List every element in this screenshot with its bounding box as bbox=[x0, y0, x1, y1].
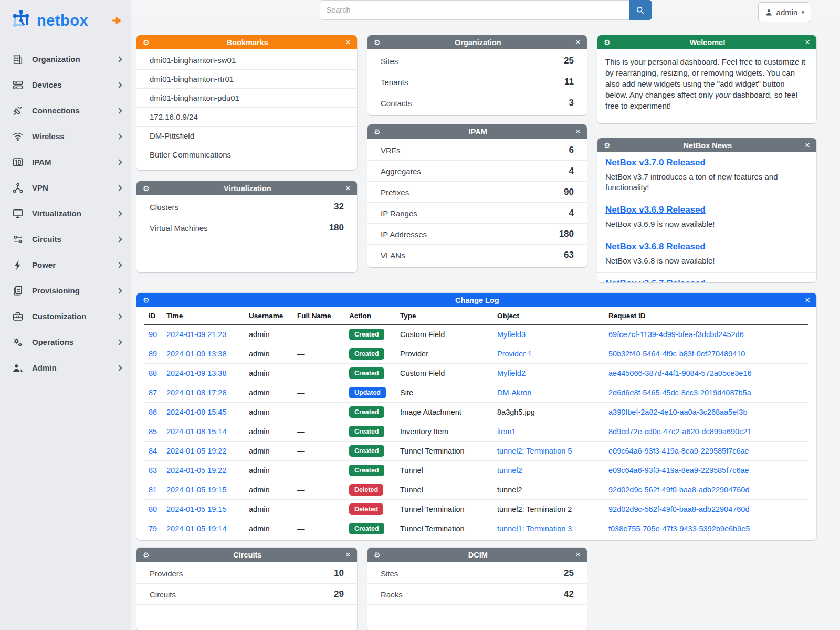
sidebar-item-wireless[interactable]: Wireless bbox=[0, 123, 131, 149]
request-id-link[interactable]: e09c64a6-93f3-419a-8ea9-229585f7c6ae bbox=[608, 466, 749, 475]
request-id-link[interactable]: 69fce7cf-1139-4d99-bfea-f3dcbd2452d6 bbox=[608, 330, 744, 339]
stat-value[interactable]: 3 bbox=[569, 98, 574, 108]
bookmark-item[interactable]: DM-Pittsfield bbox=[136, 126, 357, 145]
sidebar-item-operations[interactable]: Operations bbox=[0, 329, 131, 355]
bookmark-item[interactable]: dmi01-binghamton-rtr01 bbox=[136, 69, 357, 88]
change-id-link[interactable]: 87 bbox=[149, 388, 157, 397]
stat-value[interactable]: 4 bbox=[569, 208, 574, 218]
stat-value[interactable]: 42 bbox=[564, 589, 574, 600]
news-headline-link[interactable]: NetBox v3.6.8 Released bbox=[605, 242, 706, 252]
object-link[interactable]: tunnel2 bbox=[497, 466, 522, 475]
sidebar-item-admin[interactable]: Admin bbox=[0, 355, 131, 381]
close-icon[interactable]: × bbox=[345, 38, 351, 47]
stat-value[interactable]: 90 bbox=[564, 187, 574, 197]
news-headline-link[interactable]: NetBox v3.6.9 Released bbox=[605, 205, 706, 215]
gear-icon[interactable]: ⚙︎ bbox=[143, 185, 150, 192]
request-id-link[interactable]: 2d6d6e8f-5465-45dc-8ec3-2019d4087b5a bbox=[608, 388, 751, 397]
stat-value[interactable]: 11 bbox=[564, 77, 574, 87]
object-link[interactable]: Myfield3 bbox=[497, 330, 526, 339]
change-id-link[interactable]: 79 bbox=[149, 524, 157, 533]
change-time-link[interactable]: 2024-01-09 21:23 bbox=[166, 330, 227, 339]
change-time-link[interactable]: 2024-01-05 19:15 bbox=[166, 505, 227, 513]
sidebar-item-power[interactable]: Power bbox=[0, 252, 131, 278]
change-time-link[interactable]: 2024-01-05 19:15 bbox=[166, 486, 227, 494]
sidebar-item-vpn[interactable]: VPN bbox=[0, 175, 131, 201]
stat-value[interactable]: 10 bbox=[334, 568, 344, 579]
sidebar-item-ipam[interactable]: IPAM bbox=[0, 149, 131, 175]
change-id-link[interactable]: 90 bbox=[149, 330, 157, 339]
stat-value[interactable]: 180 bbox=[329, 223, 344, 233]
change-id-link[interactable]: 80 bbox=[149, 505, 157, 513]
object-link[interactable]: tunnel2: Termination 5 bbox=[497, 447, 572, 455]
sidebar-item-connections[interactable]: Connections bbox=[0, 98, 131, 123]
gear-icon[interactable]: ⚙︎ bbox=[374, 551, 381, 559]
change-id-link[interactable]: 84 bbox=[149, 447, 157, 455]
change-time-link[interactable]: 2024-01-09 13:38 bbox=[166, 369, 227, 377]
close-icon[interactable]: × bbox=[805, 38, 810, 47]
request-id-link[interactable]: 92d02d9c-562f-49f0-baa8-adb22904760d bbox=[608, 486, 749, 494]
object-link[interactable]: DM-Akron bbox=[497, 388, 531, 397]
close-icon[interactable]: × bbox=[345, 184, 351, 193]
request-id-link[interactable]: e09c64a6-93f3-419a-8ea9-229585f7c6ae bbox=[608, 447, 749, 455]
stat-value[interactable]: 6 bbox=[569, 145, 574, 155]
news-headline-link[interactable]: NetBox v3.7.0 Released bbox=[605, 158, 706, 168]
object-link[interactable]: Myfield2 bbox=[497, 369, 526, 377]
sidebar-item-virtualization[interactable]: Virtualization bbox=[0, 201, 131, 226]
close-icon[interactable]: × bbox=[805, 296, 810, 304]
gear-icon[interactable]: ⚙︎ bbox=[143, 551, 150, 559]
object-link[interactable]: Provider 1 bbox=[497, 350, 532, 358]
close-icon[interactable]: × bbox=[805, 141, 810, 150]
close-icon[interactable]: × bbox=[575, 38, 581, 47]
request-id-link[interactable]: a390fbef-2a82-4e10-aa0a-3c268aa5ef3b bbox=[608, 408, 747, 416]
user-menu-button[interactable]: admin ▾ bbox=[758, 2, 811, 22]
sidebar-item-provisioning[interactable]: Provisioning bbox=[0, 278, 131, 303]
request-id-link[interactable]: 92d02d9c-562f-49f0-baa8-adb22904760d bbox=[608, 505, 749, 513]
change-id-link[interactable]: 89 bbox=[149, 350, 157, 358]
change-time-link[interactable]: 2024-01-05 19:22 bbox=[166, 466, 227, 475]
change-time-link[interactable]: 2024-01-05 19:22 bbox=[166, 447, 227, 455]
stat-value[interactable]: 25 bbox=[564, 568, 574, 579]
stat-value[interactable]: 25 bbox=[564, 56, 574, 66]
gear-icon[interactable]: ⚙︎ bbox=[374, 39, 381, 46]
gear-icon[interactable]: ⚙︎ bbox=[604, 142, 611, 149]
sidebar-item-circuits[interactable]: Circuits bbox=[0, 226, 131, 252]
change-time-link[interactable]: 2024-01-09 13:38 bbox=[166, 350, 227, 358]
object-link[interactable]: item1 bbox=[497, 427, 516, 436]
close-icon[interactable]: × bbox=[575, 550, 581, 559]
bookmark-item[interactable]: Butler Communications bbox=[136, 145, 357, 164]
bookmark-item[interactable]: dmi01-binghamton-sw01 bbox=[136, 51, 357, 69]
netbox-logo[interactable]: netbox bbox=[10, 9, 88, 32]
request-id-link[interactable]: 8d9cd72e-cd0c-47c2-a620-dc899a690c21 bbox=[608, 427, 751, 436]
sidebar-item-customization[interactable]: Customization bbox=[0, 303, 131, 329]
pin-icon[interactable] bbox=[112, 17, 121, 24]
change-id-link[interactable]: 83 bbox=[149, 466, 157, 475]
close-icon[interactable]: × bbox=[575, 127, 581, 136]
search-input[interactable] bbox=[320, 0, 629, 20]
search-button[interactable] bbox=[629, 0, 652, 20]
stat-value[interactable]: 4 bbox=[569, 166, 574, 176]
object-link[interactable]: tunnel1: Termination 3 bbox=[497, 524, 572, 533]
change-id-link[interactable]: 85 bbox=[149, 427, 157, 436]
gear-icon[interactable]: ⚙︎ bbox=[143, 39, 150, 46]
request-id-link[interactable]: 50b32f40-5464-4f9c-b83f-0ef270489410 bbox=[608, 350, 745, 358]
gear-icon[interactable]: ⚙︎ bbox=[143, 297, 150, 304]
stat-value[interactable]: 180 bbox=[559, 229, 574, 239]
change-time-link[interactable]: 2024-01-08 15:14 bbox=[166, 427, 227, 436]
gear-icon[interactable]: ⚙︎ bbox=[604, 39, 611, 46]
change-id-link[interactable]: 86 bbox=[149, 408, 157, 416]
stat-value[interactable]: 63 bbox=[564, 250, 574, 260]
bookmark-item[interactable]: 172.16.0.9/24 bbox=[136, 107, 357, 126]
change-time-link[interactable]: 2024-01-08 17:28 bbox=[166, 388, 227, 397]
sidebar-item-devices[interactable]: Devices bbox=[0, 72, 131, 98]
gear-icon[interactable]: ⚙︎ bbox=[374, 128, 381, 135]
request-id-link[interactable]: ae445066-387d-44f1-9084-572a05ce3e16 bbox=[608, 369, 752, 377]
news-headline-link[interactable]: NetBox v3.6.7 Released bbox=[605, 278, 706, 282]
stat-value[interactable]: 32 bbox=[334, 202, 344, 212]
sidebar-item-organization[interactable]: Organization bbox=[0, 46, 131, 72]
request-id-link[interactable]: f038e755-705e-47f3-9433-5392b9e6b9e5 bbox=[608, 524, 750, 533]
change-time-link[interactable]: 2024-01-08 15:45 bbox=[166, 408, 227, 416]
close-icon[interactable]: × bbox=[345, 550, 351, 559]
change-id-link[interactable]: 81 bbox=[149, 486, 157, 494]
stat-value[interactable]: 29 bbox=[334, 589, 344, 600]
change-time-link[interactable]: 2024-01-05 19:14 bbox=[166, 524, 227, 533]
